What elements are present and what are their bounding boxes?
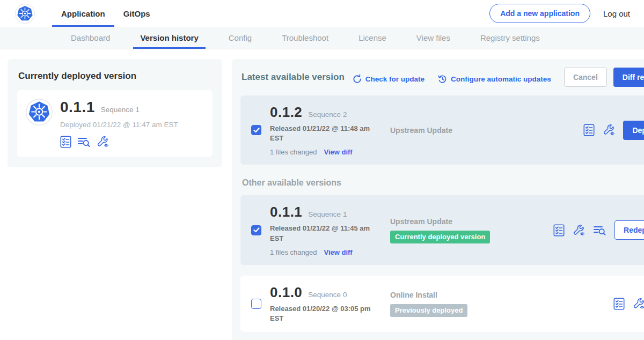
deploy-status-badge: Currently deployed version [390,231,490,243]
view-config-icon[interactable] [633,298,644,310]
version-select-checkbox[interactable] [251,125,261,135]
subnav-item-troubleshoot[interactable]: Troubleshoot [275,27,335,49]
deployed-card-title: Currently deployed version [18,71,213,82]
diff-releases-button[interactable]: Diff releases [613,68,644,87]
deploy-button[interactable]: Deploy [623,121,644,140]
version-sequence: Sequence 1 [308,210,347,218]
app-subnav: DashboardVersion historyConfigTroublesho… [0,27,644,49]
deployed-icon-actions [60,136,178,148]
version-source-label: Upstream Update [390,126,514,135]
row-actions: Deploy [583,121,644,140]
top-tabs: ApplicationGitOps [52,0,159,27]
other-versions-title: Other available versions [242,178,644,188]
version-row-0-1-2: 0.1.2 Sequence 2 Released 01/21/22 @ 11:… [240,95,644,165]
preflight-icon[interactable] [553,224,565,236]
add-new-application-button[interactable]: Add a new application [489,4,590,23]
kubernetes-logo-icon [15,4,35,24]
subnav-item-view-files[interactable]: View files [409,27,457,49]
available-versions-card: Latest available version Check for updat… [232,59,644,340]
app-logo-icon [26,99,53,125]
edit-config-icon[interactable] [603,124,615,136]
deploy-status-badge: Previously deployed [390,304,467,317]
subnav-item-dashboard[interactable]: Dashboard [64,27,117,49]
subnav-item-version-history[interactable]: Version history [133,27,205,49]
top-tab-application[interactable]: Application [52,0,114,27]
latest-available-title: Latest available version [241,72,345,83]
version-source-label: Online Install [390,291,514,299]
subnav-item-registry-settings[interactable]: Registry settings [473,27,547,49]
version-row-0-1-0: 0.1.0 Sequence 0 Released 01/20/22 @ 03:… [240,276,644,332]
release-timestamp: Released 01/20/22 @ 03:05 pm EST [270,304,377,323]
top-tab-gitops[interactable]: GitOps [114,0,159,27]
files-changed-label: 1 files changed [270,148,317,156]
deployed-version-number: 0.1.1 [60,99,95,116]
release-timestamp: Released 01/21/22 @ 11:48 am EST [270,124,377,143]
edit-config-icon[interactable] [97,136,109,148]
cancel-button[interactable]: Cancel [564,68,607,87]
version-number: 0.1.0 [270,284,302,301]
latest-version-slot: 0.1.2 Sequence 2 Released 01/21/22 @ 11:… [240,95,644,165]
version-row-0-1-1: 0.1.1 Sequence 1 Released 01/21/22 @ 11:… [240,195,644,264]
main-content: Currently deployed version 0.1.1 Sequenc… [0,49,644,340]
deployed-timestamp: Deployed 01/21/22 @ 11:47 am EST [60,121,178,129]
preflight-icon[interactable] [583,124,595,136]
view-logs-icon[interactable] [593,225,606,236]
configure-automatic-updates-link[interactable]: Configure automatic updates [437,74,551,84]
currently-deployed-card: Currently deployed version 0.1.1 Sequenc… [8,59,222,167]
subnav-item-license[interactable]: License [352,27,393,49]
row-actions: Redeploy [553,220,644,240]
version-select-checkbox[interactable] [251,225,261,235]
check-for-update-link[interactable]: Check for update [352,74,425,84]
preflight-icon[interactable] [613,298,625,310]
redeploy-button[interactable]: Redeploy [614,220,644,240]
check-for-update-label: Check for update [365,75,425,83]
view-logs-icon[interactable] [77,136,91,147]
deployed-sequence: Sequence 1 [101,106,140,114]
edit-config-icon[interactable] [573,224,585,236]
view-diff-link[interactable]: View diff [324,248,352,256]
logout-link[interactable]: Log out [603,9,630,18]
version-number: 0.1.1 [270,204,302,220]
version-number: 0.1.2 [270,104,302,121]
clock-arrow-icon [437,74,448,84]
row-actions [613,298,644,310]
version-source-label: Upstream Update [390,217,514,226]
files-changed-label: 1 files changed [270,248,317,256]
configure-automatic-updates-label: Configure automatic updates [451,75,551,83]
available-header: Latest available version Check for updat… [241,68,644,87]
version-sequence: Sequence 2 [308,110,347,119]
refresh-icon [352,74,362,84]
preflight-icon[interactable] [60,136,71,148]
deployed-version-panel: 0.1.1 Sequence 1 Deployed 01/21/22 @ 11:… [17,90,213,157]
release-timestamp: Released 01/21/22 @ 11:45 am EST [270,224,377,243]
other-versions-slot: 0.1.1 Sequence 1 Released 01/21/22 @ 11:… [240,195,644,332]
version-select-checkbox[interactable] [251,299,261,309]
subnav-item-config[interactable]: Config [222,27,259,49]
top-navbar: ApplicationGitOps Add a new application … [0,0,644,27]
version-sequence: Sequence 0 [308,291,347,299]
view-diff-link[interactable]: View diff [324,148,352,156]
